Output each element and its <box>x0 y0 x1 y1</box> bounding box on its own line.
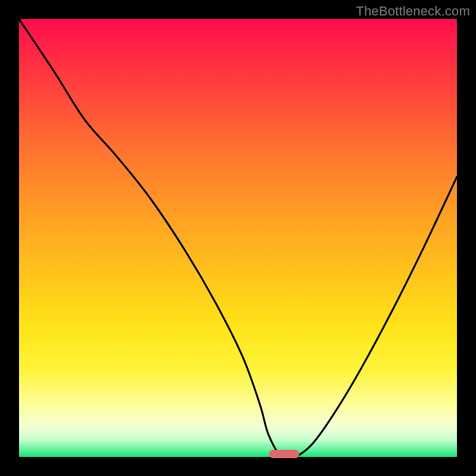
bottleneck-marker <box>269 450 300 458</box>
plot-area <box>19 19 457 457</box>
bottleneck-curve <box>19 19 457 457</box>
watermark-text: TheBottleneck.com <box>356 4 470 19</box>
chart-frame: TheBottleneck.com <box>0 0 476 476</box>
